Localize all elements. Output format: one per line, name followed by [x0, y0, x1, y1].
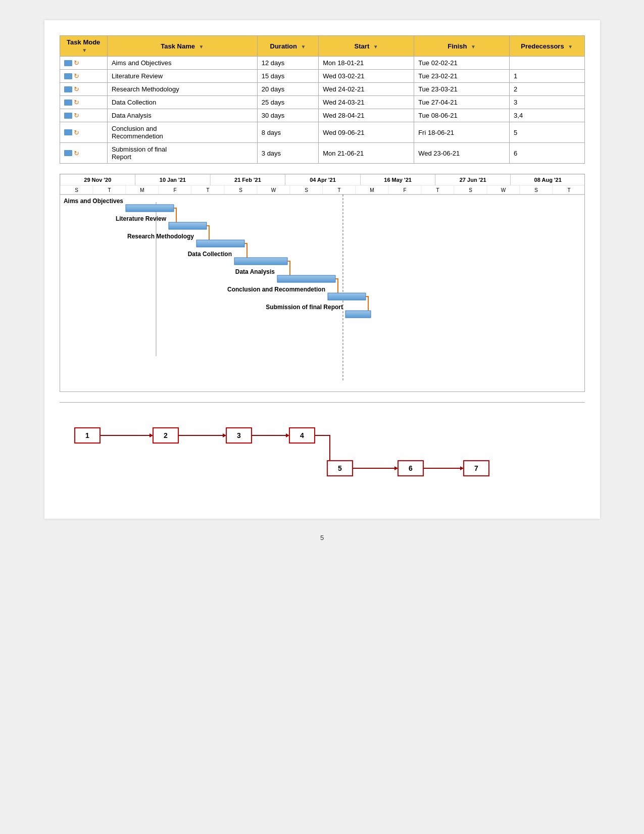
- finish-cell: Tue 08-06-21: [414, 109, 510, 122]
- svg-text:2: 2: [164, 431, 168, 439]
- task-mode-icon: [64, 86, 72, 92]
- svg-marker-70: [150, 433, 153, 437]
- task-mode-cell: ↻: [60, 57, 107, 70]
- predecessors-cell: 1: [510, 70, 584, 83]
- svg-text:1: 1: [85, 431, 89, 439]
- gantt-svg: 29 Nov '2010 Jan '2121 Feb '2104 Apr '21…: [60, 174, 584, 386]
- sort-arrow-start[interactable]: ▼: [373, 44, 378, 50]
- svg-text:08 Aug '21: 08 Aug '21: [534, 177, 561, 183]
- table-row: ↻Conclusion and Recommendetion8 daysWed …: [60, 122, 584, 143]
- gantt-chart: 29 Nov '2010 Jan '2121 Feb '2104 Apr '21…: [60, 174, 585, 392]
- start-cell: Wed 03-02-21: [319, 70, 414, 83]
- svg-text:T: T: [108, 187, 111, 193]
- task-name-cell: Data Collection: [107, 96, 257, 109]
- start-cell: Mon 18-01-21: [319, 57, 414, 70]
- predecessors-cell: 5: [510, 122, 584, 143]
- start-cell: Wed 28-04-21: [319, 109, 414, 122]
- finish-cell: Tue 23-02-21: [414, 70, 510, 83]
- svg-text:W: W: [501, 187, 506, 193]
- task-table-body: ↻Aims and Objectives12 daysMon 18-01-21T…: [60, 57, 584, 164]
- finish-cell: Tue 02-02-21: [414, 57, 510, 70]
- svg-text:3: 3: [237, 431, 241, 439]
- task-mode-icon: [64, 100, 72, 106]
- svg-text:27 Jun '21: 27 Jun '21: [459, 177, 486, 183]
- svg-text:Data Collection: Data Collection: [187, 251, 231, 258]
- svg-text:S: S: [534, 187, 538, 193]
- svg-text:M: M: [370, 187, 374, 193]
- task-mode-arrow: ↻: [74, 150, 79, 157]
- svg-marker-74: [286, 433, 289, 437]
- task-mode-cell: ↻: [60, 83, 107, 96]
- task-mode-arrow: ↻: [74, 99, 79, 106]
- predecessors-cell: 6: [510, 143, 584, 164]
- svg-text:Submission of final Report: Submission of final Report: [266, 304, 343, 311]
- svg-marker-77: [394, 466, 398, 470]
- task-name-cell: Aims and Objectives: [107, 57, 257, 70]
- svg-text:21 Feb '21: 21 Feb '21: [234, 177, 261, 183]
- task-mode-icon: [64, 113, 72, 119]
- table-row: ↻Data Analysis30 daysWed 28-04-21Tue 08-…: [60, 109, 584, 122]
- sort-arrow-task-name[interactable]: ▼: [199, 44, 204, 50]
- table-row: ↻Research Methodology20 daysWed 24-02-21…: [60, 83, 584, 96]
- duration-cell: 25 days: [257, 96, 318, 109]
- task-mode-cell: ↻: [60, 96, 107, 109]
- start-cell: Mon 21-06-21: [319, 143, 414, 164]
- svg-text:Data Analysis: Data Analysis: [235, 268, 275, 275]
- svg-marker-72: [223, 433, 226, 437]
- svg-text:F: F: [403, 187, 406, 193]
- svg-text:T: T: [567, 187, 570, 193]
- task-name-cell: Conclusion and Recommendetion: [107, 122, 257, 143]
- sort-arrow-finish[interactable]: ▼: [471, 44, 476, 50]
- task-name-cell: Research Methodology: [107, 83, 257, 96]
- network-diagram: 1234567: [60, 402, 585, 504]
- svg-text:29 Nov '20: 29 Nov '20: [84, 177, 111, 183]
- gantt-svg-container: 29 Nov '2010 Jan '2121 Feb '2104 Apr '21…: [60, 174, 584, 386]
- svg-text:S: S: [75, 187, 78, 193]
- task-mode-arrow: ↻: [74, 72, 79, 80]
- svg-text:6: 6: [409, 464, 413, 472]
- network-svg: 1234567: [65, 413, 590, 494]
- svg-text:4: 4: [300, 431, 304, 439]
- table-header-row: Task Mode ▼ Task Name ▼ Duration ▼ Start…: [60, 36, 584, 57]
- predecessors-cell: 2: [510, 83, 584, 96]
- task-name-cell: Literature Review: [107, 70, 257, 83]
- svg-text:Literature Review: Literature Review: [115, 215, 166, 222]
- duration-cell: 30 days: [257, 109, 318, 122]
- svg-rect-50: [126, 205, 174, 212]
- svg-text:5: 5: [338, 464, 342, 472]
- task-mode-arrow: ↻: [74, 59, 79, 67]
- svg-text:Aims and Objectives: Aims and Objectives: [63, 198, 123, 205]
- task-mode-cell: ↻: [60, 143, 107, 164]
- svg-text:16 May '21: 16 May '21: [384, 177, 412, 183]
- page-number: 5: [320, 534, 324, 542]
- svg-text:Research Methodology: Research Methodology: [127, 233, 193, 240]
- predecessors-cell: 3: [510, 96, 584, 109]
- svg-rect-68: [345, 311, 371, 318]
- th-task-name: Task Name ▼: [107, 36, 257, 57]
- svg-rect-56: [196, 240, 244, 247]
- sort-arrow-predecessors[interactable]: ▼: [568, 44, 573, 50]
- svg-text:T: T: [436, 187, 439, 193]
- sort-arrow-task-mode[interactable]: ▼: [82, 47, 87, 53]
- svg-rect-59: [234, 258, 287, 265]
- svg-text:7: 7: [474, 464, 478, 472]
- finish-cell: Tue 23-03-21: [414, 83, 510, 96]
- svg-text:Conclusion and Recommendetion: Conclusion and Recommendetion: [227, 286, 325, 293]
- predecessors-cell: 3,4: [510, 109, 584, 122]
- svg-text:10 Jan '21: 10 Jan '21: [159, 177, 185, 183]
- task-name-cell: Submission of final Report: [107, 143, 257, 164]
- start-cell: Wed 09-06-21: [319, 122, 414, 143]
- th-duration: Duration ▼: [257, 36, 318, 57]
- task-table: Task Mode ▼ Task Name ▼ Duration ▼ Start…: [60, 35, 585, 164]
- start-cell: Wed 24-02-21: [319, 83, 414, 96]
- duration-cell: 15 days: [257, 70, 318, 83]
- page-container: Task Mode ▼ Task Name ▼ Duration ▼ Start…: [44, 20, 600, 519]
- table-row: ↻Literature Review15 daysWed 03-02-21Tue…: [60, 70, 584, 83]
- svg-rect-65: [328, 293, 366, 300]
- task-mode-cell: ↻: [60, 70, 107, 83]
- task-mode-arrow: ↻: [74, 85, 79, 93]
- svg-text:W: W: [271, 187, 276, 193]
- svg-text:T: T: [206, 187, 209, 193]
- task-mode-cell: ↻: [60, 122, 107, 143]
- sort-arrow-duration[interactable]: ▼: [301, 44, 306, 50]
